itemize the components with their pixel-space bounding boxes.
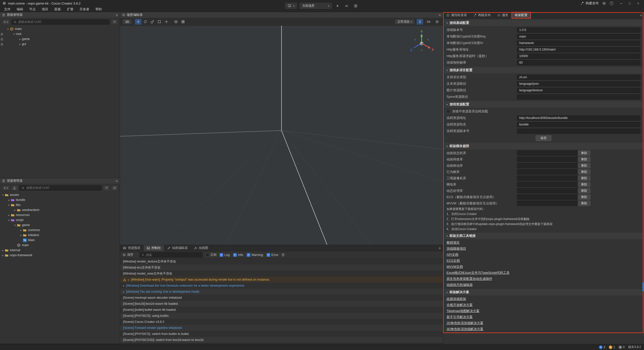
scene-settings-button[interactable] bbox=[434, 19, 440, 25]
lighting-toggle[interactable] bbox=[417, 19, 423, 25]
scene-select[interactable]: 当前场景 ▾ bbox=[300, 3, 332, 9]
doc-link[interactable]: Tiledmap地图解决方案 bbox=[447, 309, 479, 313]
axis-gizmo[interactable]: Y X Z bbox=[409, 29, 436, 53]
inspector-tab[interactable]: 服务 bbox=[494, 12, 512, 18]
hierarchy-node[interactable]: ▸gui bbox=[0, 41, 120, 47]
menu-item[interactable]: 节点 bbox=[26, 7, 39, 12]
log-filter-error[interactable]: ✓Error bbox=[267, 253, 278, 257]
asset-node[interactable]: ▸initialize bbox=[0, 233, 120, 238]
projection-toggle[interactable]: 3D bbox=[123, 19, 132, 24]
checkbox[interactable] bbox=[447, 110, 450, 113]
log-row[interactable]: ▸[Window] You are running Vue in develop… bbox=[120, 289, 443, 295]
section-header[interactable]: ▾框架解决方案 bbox=[445, 289, 642, 295]
doc-link[interactable]: ECS文档 bbox=[447, 258, 460, 263]
move-tool[interactable] bbox=[135, 19, 141, 25]
preview-platform-select[interactable]: ▾ bbox=[285, 3, 297, 9]
create-node-button[interactable]: +▾ bbox=[2, 19, 10, 25]
checkbox[interactable]: ✓ bbox=[220, 253, 223, 257]
delete-button[interactable]: 删除 bbox=[578, 182, 590, 187]
property-input[interactable] bbox=[517, 54, 640, 59]
layout-button[interactable] bbox=[352, 3, 359, 9]
log-row[interactable]: [Scene] [bullet]:bullet wasm lib loaded. bbox=[120, 307, 443, 313]
maximize-button[interactable]: □ bbox=[625, 2, 634, 5]
menu-item[interactable]: 面板 bbox=[51, 7, 64, 12]
expand-arrow-icon[interactable]: ▸ bbox=[123, 284, 124, 287]
delete-button[interactable]: 删除 bbox=[578, 150, 590, 156]
tree-expand-arrow-icon[interactable]: ▾ bbox=[1, 194, 5, 196]
clear-console-button[interactable]: 清空 bbox=[123, 253, 137, 257]
asset-node[interactable]: ▸internal bbox=[0, 248, 120, 253]
checkbox[interactable]: ✓ bbox=[267, 253, 270, 257]
hierarchy-node[interactable]: ▾root bbox=[0, 31, 120, 36]
create-asset-button[interactable]: +▾ bbox=[2, 185, 10, 191]
log-row[interactable]: [Scene] Cocos Creator v3.8.2 bbox=[120, 319, 443, 325]
tree-expand-arrow-icon[interactable]: ▾ bbox=[6, 28, 10, 30]
render-mode-select[interactable]: 正常渲染 ▾ bbox=[395, 19, 415, 24]
property-input[interactable] bbox=[517, 27, 640, 33]
log-filter-log[interactable]: ✓Log bbox=[220, 253, 230, 257]
tree-expand-arrow-icon[interactable]: ▸ bbox=[13, 209, 17, 211]
log-row[interactable]: [Scene] [PHYSICS]: using builtin. bbox=[120, 313, 443, 319]
menu-item[interactable]: 开发者 bbox=[76, 7, 92, 12]
log-row[interactable]: [Window] model_view文件夹不存在 bbox=[120, 271, 443, 277]
minimize-button[interactable]: ─ bbox=[617, 2, 625, 5]
doc-link[interactable]: 全栈开发解决方案 bbox=[447, 303, 473, 307]
export-log-button[interactable] bbox=[281, 253, 285, 256]
tree-expand-arrow-icon[interactable]: ▸ bbox=[19, 229, 23, 232]
tree-expand-arrow-icon[interactable]: ▾ bbox=[12, 33, 16, 35]
log-row[interactable]: [Scene] Forward render pipeline initiali… bbox=[120, 325, 443, 331]
tree-expand-arrow-icon[interactable]: ▸ bbox=[18, 43, 22, 46]
menu-item[interactable]: 帮助 bbox=[92, 7, 105, 12]
tree-expand-arrow-icon[interactable]: ▾ bbox=[7, 219, 11, 222]
assets-filter-button[interactable] bbox=[103, 185, 110, 191]
panel-menu-icon[interactable]: ≡ bbox=[439, 246, 441, 250]
play-button[interactable] bbox=[334, 3, 341, 9]
pivot-toggle[interactable] bbox=[173, 19, 179, 25]
asset-node[interactable]: ▾script bbox=[0, 217, 120, 223]
log-row[interactable]: ▸[Window] [Vue warn]: Property "onInput"… bbox=[120, 277, 443, 283]
warning-counter[interactable]: !1 bbox=[609, 345, 615, 349]
asset-node[interactable]: ▾assets bbox=[0, 192, 120, 197]
console-tab[interactable]: 动画编辑器 bbox=[164, 245, 191, 251]
inspector-tab[interactable]: 构建发布 bbox=[470, 12, 494, 18]
tree-expand-arrow-icon[interactable]: ▸ bbox=[1, 254, 5, 257]
inspector-tab[interactable]: 属性检查器 bbox=[443, 12, 470, 18]
doc-link[interactable]: API文档 bbox=[447, 252, 458, 257]
inspector-tab[interactable]: 框架配置 bbox=[512, 12, 531, 18]
asset-node[interactable]: ▸seedrandom bbox=[0, 207, 120, 212]
hierarchy-filter-button[interactable] bbox=[111, 19, 118, 25]
property-input[interactable] bbox=[517, 60, 640, 65]
tree-expand-arrow-icon[interactable]: ▸ bbox=[7, 214, 11, 216]
coordinate-toggle[interactable] bbox=[180, 19, 186, 25]
tree-expand-arrow-icon[interactable]: ▸ bbox=[19, 234, 23, 237]
menu-item[interactable]: 扩展 bbox=[64, 7, 76, 12]
delete-button[interactable]: 删除 bbox=[578, 169, 590, 174]
console-tab[interactable]: 控制台 bbox=[144, 245, 164, 251]
regex-toggle[interactable]: 正则 bbox=[206, 253, 217, 257]
console-search[interactable] bbox=[140, 252, 203, 257]
checkbox[interactable]: ✓ bbox=[233, 253, 237, 257]
panel-menu-icon[interactable]: ≡ bbox=[640, 13, 642, 17]
delete-button[interactable]: 删除 bbox=[578, 194, 590, 200]
panel-menu-icon[interactable]: ≡ bbox=[116, 179, 118, 183]
anchor-tool[interactable] bbox=[163, 19, 170, 25]
doc-link[interactable]: Excel格式转Json文件与TypeScript代码工具 bbox=[447, 271, 510, 275]
delete-button[interactable]: 删除 bbox=[578, 157, 590, 162]
asset-node[interactable]: TSMain bbox=[0, 238, 120, 243]
asset-node[interactable]: main bbox=[0, 243, 120, 248]
build-publish-button[interactable]: 构建发布 bbox=[580, 1, 599, 6]
expand-arrow-icon[interactable]: ▸ bbox=[123, 290, 124, 293]
log-row[interactable]: ▸[Window] Download the Vue Devtools exte… bbox=[120, 283, 443, 289]
tree-expand-arrow-icon[interactable]: ▸ bbox=[7, 199, 11, 201]
log-row[interactable]: [Scene] meshopt wasm decoder initialized bbox=[120, 295, 443, 301]
console-tab[interactable]: 动画图 bbox=[191, 245, 212, 251]
log-filter-warning[interactable]: ✓Warning bbox=[247, 253, 263, 257]
log-row[interactable]: [Scene] [PHYSICS]: switch from builtin t… bbox=[120, 331, 443, 337]
doc-link[interactable]: 动画状态机编辑器 bbox=[447, 283, 473, 287]
asset-node[interactable]: ▸resources bbox=[0, 212, 120, 217]
doc-link[interactable]: 3D角色扮演游戏解决方案 bbox=[447, 327, 484, 331]
doc-link[interactable]: 新手引导解决方案 bbox=[447, 315, 473, 319]
hierarchy-search[interactable] bbox=[11, 19, 110, 25]
section-header[interactable]: ▾游戏多语言配置 bbox=[445, 67, 642, 73]
rect-tool[interactable] bbox=[156, 19, 163, 25]
